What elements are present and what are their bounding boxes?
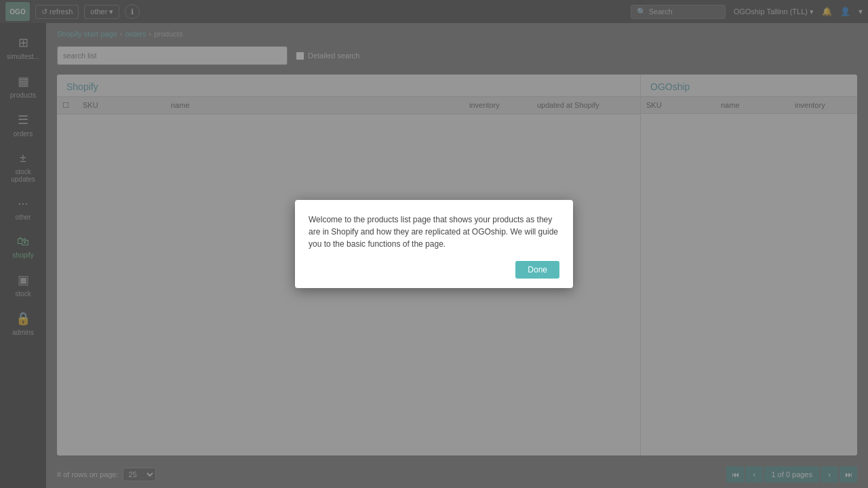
modal-footer: Done xyxy=(309,261,559,279)
modal-text: Welcome to the products list page that s… xyxy=(309,214,559,250)
done-button[interactable]: Done xyxy=(515,261,559,279)
modal-overlay: Welcome to the products list page that s… xyxy=(0,0,868,488)
welcome-modal: Welcome to the products list page that s… xyxy=(295,200,573,288)
